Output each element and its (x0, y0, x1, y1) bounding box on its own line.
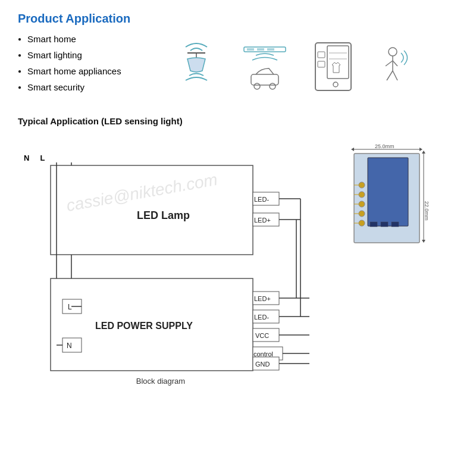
list-item-smart-security: Smart security (18, 82, 149, 92)
svg-rect-4 (257, 48, 264, 51)
svg-text:LED POWER SUPPLY: LED POWER SUPPLY (95, 321, 193, 331)
ceiling-lamp-icon-group (173, 40, 220, 93)
smart-panel-icon-group (309, 40, 357, 93)
svg-text:LED+: LED+ (254, 217, 271, 224)
sensor-module-container: 25.0mm 22.0mm (351, 145, 428, 250)
svg-line-20 (387, 71, 393, 80)
svg-marker-69 (422, 240, 425, 243)
bullet-list: Smart home Smart lighting Smart home app… (18, 34, 149, 98)
svg-text:LED+: LED+ (254, 295, 271, 302)
svg-point-15 (333, 82, 338, 87)
list-item-smart-home: Smart home (18, 34, 149, 44)
svg-marker-68 (422, 151, 425, 154)
svg-rect-32 (62, 338, 82, 352)
svg-marker-64 (351, 148, 354, 151)
svg-text:LED-: LED- (254, 314, 269, 321)
diagram-container: cassie@niktech.com N L LED Lamp LED- (18, 136, 351, 386)
svg-text:control: control (253, 350, 273, 358)
smart-panel-icon (309, 40, 357, 93)
product-app-section: Smart home Smart lighting Smart home app… (18, 34, 458, 98)
svg-text:LED Lamp: LED Lamp (137, 209, 190, 221)
typical-section: Typical Application (LED sensing light) … (18, 116, 458, 386)
svg-text:N: N (67, 342, 72, 350)
svg-rect-72 (368, 158, 408, 226)
svg-rect-13 (318, 52, 325, 58)
svg-text:LED-: LED- (254, 196, 269, 203)
svg-line-18 (386, 61, 393, 66)
icons-row (173, 40, 416, 93)
section-title: Product Application (18, 12, 458, 26)
svg-rect-5 (267, 48, 274, 51)
svg-rect-85 (392, 222, 399, 227)
page: Product Application Smart home Smart lig… (0, 0, 476, 397)
svg-line-21 (393, 71, 397, 80)
svg-text:25.0mm: 25.0mm (375, 145, 394, 149)
person-sensor-icon-group (375, 40, 416, 93)
ceiling-lamp-icon (173, 40, 220, 93)
wiring-diagram-svg: LED Lamp LED- LED+ LED POWER SUPPLY L (18, 136, 351, 386)
list-item-smart-lighting: Smart lighting (18, 50, 149, 60)
svg-line-19 (393, 61, 397, 66)
list-item-smart-appliances: Smart home appliances (18, 66, 149, 76)
svg-marker-65 (419, 148, 422, 151)
svg-point-8 (270, 83, 275, 89)
diagram-wrapper: cassie@niktech.com N L LED Lamp LED- (18, 136, 458, 386)
block-diagram-label: Block diagram (18, 377, 303, 386)
svg-text:VCC: VCC (255, 332, 269, 339)
svg-point-7 (254, 83, 260, 89)
svg-rect-14 (318, 61, 325, 67)
strip-light-car-icon-group (238, 40, 292, 93)
svg-rect-84 (381, 222, 388, 227)
svg-point-16 (389, 48, 397, 56)
sensor-module-svg: 25.0mm 22.0mm (351, 145, 428, 249)
strip-light-car-icon (238, 40, 292, 93)
svg-text:22.0mm: 22.0mm (424, 201, 428, 221)
svg-rect-83 (370, 222, 377, 227)
svg-rect-3 (247, 48, 254, 51)
svg-text:GND: GND (255, 361, 270, 368)
person-sensor-icon (375, 40, 416, 93)
typical-title: Typical Application (LED sensing light) (18, 116, 458, 126)
svg-text:L: L (68, 303, 72, 311)
